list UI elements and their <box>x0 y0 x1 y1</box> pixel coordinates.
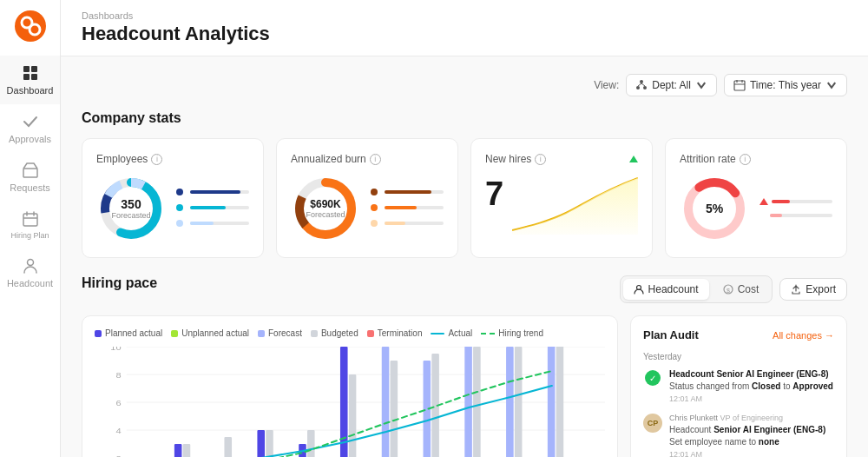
plan-audit-title: Plan Audit <box>643 328 699 341</box>
export-button[interactable]: Export <box>779 278 847 301</box>
legend-forecast: Forecast <box>258 328 302 338</box>
breadcrumb: Dashboards <box>82 10 847 21</box>
svg-rect-8 <box>23 214 37 226</box>
time-filter-button[interactable]: Time: This year <box>724 74 847 96</box>
plan-audit: Plan Audit All changes → Yesterday ✓ Hea… <box>630 315 847 457</box>
svg-rect-6 <box>31 74 37 80</box>
legend-forecast-icon <box>258 330 265 337</box>
burn-stat-lines <box>371 189 444 228</box>
svg-point-15 <box>643 86 647 89</box>
chevron-down-icon-2 <box>825 79 838 91</box>
svg-text:$: $ <box>727 288 730 294</box>
view-label: View: <box>594 79 619 91</box>
employees-card: Employees i 350 Forecasted <box>82 138 264 258</box>
tab-cost-label: Cost <box>738 283 760 295</box>
hiring-pace-header: Hiring pace Headcount $ <box>82 275 847 303</box>
svg-rect-70 <box>473 347 481 457</box>
svg-text:4: 4 <box>115 427 122 435</box>
company-stats-title: Company stats <box>82 110 847 126</box>
svg-point-13 <box>640 80 643 83</box>
dept-filter-button[interactable]: Dept: All <box>626 74 717 96</box>
new-hires-card: New hires i 7 <box>470 138 653 258</box>
sidebar-label-headcount: Headcount <box>7 278 53 288</box>
chart-area: Planned actual Unplanned actual Forecast… <box>82 315 618 457</box>
hiring-tabs: Headcount $ Cost <box>620 275 773 303</box>
svg-rect-54 <box>257 430 265 457</box>
svg-rect-18 <box>734 81 745 90</box>
svg-rect-7 <box>23 169 37 177</box>
attrition-trend-icon <box>760 198 768 205</box>
legend-hiring-trend-icon <box>481 333 495 334</box>
audit-item-2: CP Chris Plunkett VP of Engineering Head… <box>643 414 834 457</box>
dept-filter-label: Dept: All <box>652 79 691 91</box>
attrition-value: 5% <box>706 202 723 215</box>
inbox-icon <box>22 162 39 179</box>
sidebar: Dashboard Approvals Requests Hiring Plan <box>0 0 61 457</box>
stats-grid: Employees i 350 Forecasted <box>82 138 847 258</box>
legend-termination-icon <box>367 330 374 337</box>
person-tab-icon <box>634 284 644 295</box>
svg-rect-55 <box>266 430 273 457</box>
svg-text:6: 6 <box>115 399 122 407</box>
all-changes-link[interactable]: All changes → <box>773 330 834 341</box>
svg-rect-76 <box>556 347 564 457</box>
audit-text-2: Headcount Senior AI Engineer (ENG-8) Set… <box>669 424 834 448</box>
newhires-info-icon[interactable]: i <box>535 154 546 165</box>
sidebar-item-approvals[interactable]: Approvals <box>0 104 60 153</box>
dollar-tab-icon: $ <box>723 284 733 295</box>
page-title: Headcount Analytics <box>82 23 847 45</box>
main-content: Dashboards Headcount Analytics View: Dep… <box>61 0 868 457</box>
check-icon <box>22 113 39 130</box>
page-header: Dashboards Headcount Analytics <box>61 0 868 56</box>
sidebar-label-approvals: Approvals <box>9 134 51 144</box>
sidebar-label-requests: Requests <box>10 182 49 193</box>
hiring-pace-title: Hiring pace <box>82 275 157 291</box>
sidebar-label-dashboard: Dashboard <box>7 85 54 96</box>
svg-rect-5 <box>23 74 30 80</box>
burn-donut: $690K Forecasted <box>291 174 360 243</box>
svg-rect-60 <box>340 347 348 457</box>
employees-value: 350 <box>111 197 150 211</box>
svg-rect-49 <box>183 444 191 457</box>
sidebar-item-headcount[interactable]: Headcount <box>0 248 60 297</box>
annualized-burn-card: Annualized burn i $690K Forecasted <box>276 138 458 258</box>
audit-item-1: ✓ Headcount Senior AI Engineer (ENG-8) S… <box>643 368 834 403</box>
sidebar-item-hiring-plan[interactable]: Hiring Plan <box>0 202 60 248</box>
sidebar-item-dashboard[interactable]: Dashboard <box>0 56 60 104</box>
sidebar-label-hiring-plan: Hiring Plan <box>10 231 49 240</box>
employees-stat-lines <box>176 189 249 228</box>
svg-rect-58 <box>307 430 315 457</box>
employees-donut: 350 Forecasted <box>96 174 166 243</box>
attrition-info-icon[interactable]: i <box>740 154 751 165</box>
chart-legend: Planned actual Unplanned actual Forecast… <box>95 328 605 338</box>
svg-rect-69 <box>464 347 472 457</box>
app-logo <box>15 10 46 45</box>
grid-icon <box>22 64 39 82</box>
svg-rect-63 <box>382 347 390 457</box>
tab-cost[interactable]: $ Cost <box>713 279 770 300</box>
attrition-donut: 5% <box>680 174 749 243</box>
chart-audit-row: Planned actual Unplanned actual Forecast… <box>82 315 847 457</box>
legend-unplanned-actual: Unplanned actual <box>171 328 249 338</box>
audit-check-icon-1: ✓ <box>645 370 661 386</box>
svg-line-16 <box>638 83 641 86</box>
svg-rect-75 <box>548 347 556 457</box>
audit-text-1: Headcount Senior AI Engineer (ENG-8) Sta… <box>669 368 834 393</box>
svg-rect-73 <box>515 347 523 457</box>
svg-rect-61 <box>349 374 357 457</box>
export-icon <box>791 284 801 295</box>
employees-sub: Forecasted <box>111 211 150 220</box>
employees-card-title: Employees i <box>96 153 249 165</box>
svg-line-17 <box>641 83 645 86</box>
burn-info-icon[interactable]: i <box>370 154 381 165</box>
audit-time-2: 12:01 AM <box>669 450 834 457</box>
tab-headcount-label: Headcount <box>648 283 699 295</box>
burn-value: $690K <box>306 198 345 210</box>
employees-info-icon[interactable]: i <box>151 154 162 165</box>
tab-headcount[interactable]: Headcount <box>623 279 709 300</box>
legend-budgeted: Budgeted <box>311 328 358 338</box>
audit-avatar-2: CP <box>643 414 662 433</box>
svg-rect-52 <box>224 437 232 457</box>
legend-planned-actual-icon <box>95 330 102 337</box>
sidebar-item-requests[interactable]: Requests <box>0 153 60 202</box>
